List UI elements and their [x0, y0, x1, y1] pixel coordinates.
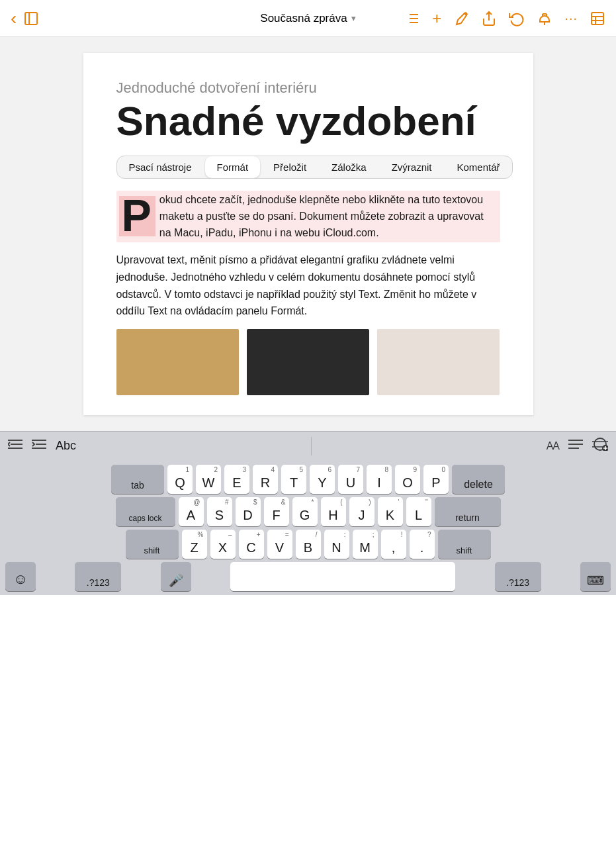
key-g[interactable]: *G — [292, 497, 318, 526]
align-icon[interactable] — [568, 438, 583, 453]
pill-komentar[interactable]: Komentář — [445, 156, 511, 178]
shift-left-key[interactable]: shift — [126, 530, 179, 559]
keyboard-toolbar: Abc AA — [0, 431, 616, 459]
num-key-right[interactable]: .?123 — [495, 562, 541, 591]
kb-toolbar-right: AA — [547, 438, 608, 454]
key-j[interactable]: )J — [349, 497, 374, 526]
toolbar-pills: Psací nástroje Formát Přeložit Záložka Z… — [116, 156, 513, 179]
keyboard-section: tab 1Q 2W 3E 4R 5T 6Y 7U 8I 9O 0P delete… — [0, 459, 616, 595]
document-area: Jednoduché dotvoření interiéru Snadné vy… — [0, 37, 616, 431]
keyboard-row-2: caps lock @A #S $D &F *G (H )J 'K "L ret… — [3, 497, 613, 526]
key-f[interactable]: &F — [264, 497, 289, 526]
mic-key[interactable]: 🎤 — [161, 562, 191, 591]
key-w[interactable]: 2W — [196, 465, 221, 494]
pill-zvyraznit[interactable]: Zvýraznit — [380, 156, 444, 178]
drop-cap-paragraph: P okud chcete začít, jednoduše klepněte … — [116, 191, 500, 242]
svg-rect-14 — [592, 13, 603, 24]
doc-title: Snadné vyzdobení — [116, 99, 500, 142]
key-comma[interactable]: !, — [381, 530, 406, 559]
key-h[interactable]: (H — [321, 497, 346, 526]
doc-paragraph-2: Upravovat text, měnit písmo a přidávat e… — [116, 252, 500, 319]
kb-toolbar-divider — [311, 437, 312, 455]
key-d[interactable]: $D — [236, 497, 261, 526]
shift-right-key[interactable]: shift — [438, 530, 491, 559]
key-t[interactable]: 5T — [281, 465, 306, 494]
doc-image-wood — [116, 329, 239, 395]
key-z[interactable]: %Z — [182, 530, 207, 559]
pill-psaci-nastroje[interactable]: Psací nástroje — [117, 156, 204, 178]
key-u[interactable]: 7U — [338, 465, 363, 494]
num-key-left[interactable]: .?123 — [75, 562, 121, 591]
key-c[interactable]: +C — [239, 530, 264, 559]
key-o[interactable]: 9O — [395, 465, 420, 494]
key-v[interactable]: =V — [267, 530, 292, 559]
kb-toolbar-left: Abc — [8, 438, 76, 453]
doc-image-light — [377, 329, 500, 395]
abc-label: Abc — [56, 439, 76, 453]
tab-key[interactable]: tab — [111, 465, 164, 494]
drop-cap-text: okud chcete začít, jednoduše klepněte ne… — [159, 194, 484, 238]
key-e[interactable]: 3E — [224, 465, 249, 494]
more-button[interactable]: ··· — [564, 11, 578, 26]
document-title: Současná zpráva — [260, 12, 347, 25]
key-x[interactable]: –X — [210, 530, 236, 559]
share-button[interactable] — [481, 11, 497, 26]
key-s[interactable]: #S — [207, 497, 232, 526]
key-n[interactable]: :N — [324, 530, 349, 559]
pill-format[interactable]: Formát — [205, 156, 261, 178]
emoji-key[interactable]: ☺ — [5, 562, 36, 591]
caps-lock-key[interactable]: caps lock — [116, 497, 175, 526]
key-p[interactable]: 0P — [423, 465, 449, 494]
font-size-icon[interactable]: AA — [547, 440, 559, 452]
key-b[interactable]: /B — [296, 530, 321, 559]
key-a[interactable]: @A — [179, 497, 204, 526]
keyboard-row-bottom: ☺ .?123 🎤 .?123 ⌨ — [3, 562, 613, 591]
nav-bar: ‹ Současná zpráva ▾ + — [0, 0, 616, 37]
drop-cap-letter: P — [119, 196, 155, 236]
return-key[interactable]: return — [435, 497, 501, 526]
document-page[interactable]: Jednoduché dotvoření interiéru Snadné vy… — [83, 53, 533, 415]
keyboard-hide-key[interactable]: ⌨ — [580, 562, 611, 591]
markup-button[interactable] — [453, 11, 469, 26]
add-button[interactable]: + — [432, 9, 441, 28]
nav-right: + — [404, 9, 605, 28]
format-icon[interactable] — [592, 438, 608, 454]
key-r[interactable]: 4R — [253, 465, 278, 494]
nav-left: ‹ — [11, 8, 39, 29]
space-bar[interactable] — [230, 562, 455, 591]
doc-image-row — [116, 329, 500, 395]
pin-button[interactable] — [537, 11, 552, 26]
list-button[interactable] — [404, 11, 420, 26]
delete-key[interactable]: delete — [452, 465, 505, 494]
indent-dec-icon[interactable] — [8, 438, 22, 453]
svg-point-8 — [464, 13, 467, 15]
back-button[interactable]: ‹ — [11, 8, 17, 29]
key-y[interactable]: 6Y — [310, 465, 335, 494]
doc-image-dark — [247, 329, 369, 395]
history-button[interactable] — [509, 11, 525, 26]
nav-center: Současná zpráva ▾ — [260, 12, 355, 25]
key-period[interactable]: ?. — [410, 530, 435, 559]
keyboard-row-3: shift %Z –X +C =V /B :N ;M !, ?. shift — [3, 530, 613, 559]
title-chevron-icon[interactable]: ▾ — [351, 13, 356, 23]
doc-subtitle: Jednoduché dotvoření interiéru — [116, 79, 500, 97]
keyboard-row-1: tab 1Q 2W 3E 4R 5T 6Y 7U 8I 9O 0P delete — [3, 465, 613, 494]
key-q[interactable]: 1Q — [167, 465, 193, 494]
svg-rect-0 — [25, 13, 37, 24]
key-k[interactable]: 'K — [378, 497, 403, 526]
indent-inc-icon[interactable] — [32, 438, 46, 453]
pill-prelozit[interactable]: Přeložit — [261, 156, 318, 178]
doc-body: P okud chcete začít, jednoduše klepněte … — [116, 191, 500, 395]
sidebar-toggle-button[interactable] — [23, 11, 39, 26]
key-i[interactable]: 8I — [367, 465, 392, 494]
key-l[interactable]: "L — [406, 497, 431, 526]
pill-zalozka[interactable]: Záložka — [320, 156, 378, 178]
key-m[interactable]: ;M — [353, 530, 378, 559]
collab-button[interactable] — [590, 11, 605, 26]
